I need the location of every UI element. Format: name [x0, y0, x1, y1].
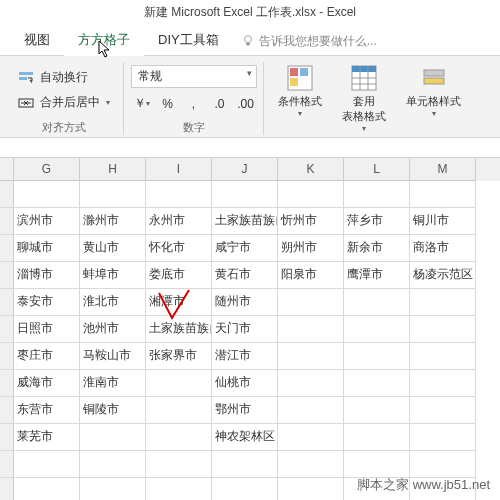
cell[interactable] — [410, 289, 476, 316]
cell[interactable] — [344, 181, 410, 208]
cell[interactable]: 莱芜市 — [14, 424, 80, 451]
cell[interactable] — [278, 316, 344, 343]
cell[interactable] — [14, 478, 80, 500]
select-all-corner[interactable] — [0, 158, 14, 181]
cell[interactable]: 威海市 — [14, 370, 80, 397]
cell[interactable] — [410, 424, 476, 451]
cell[interactable]: 怀化市 — [146, 235, 212, 262]
cell[interactable]: 滨州市 — [14, 208, 80, 235]
col-header[interactable]: H — [80, 158, 146, 181]
cell[interactable] — [146, 451, 212, 478]
cell[interactable] — [344, 397, 410, 424]
cell[interactable]: 潜江市 — [212, 343, 278, 370]
cell[interactable]: 新余市 — [344, 235, 410, 262]
cell[interactable]: 池州市 — [80, 316, 146, 343]
cell[interactable]: 湘潭市 — [146, 289, 212, 316]
cell[interactable] — [278, 424, 344, 451]
row-header[interactable] — [0, 235, 14, 262]
row-header[interactable] — [0, 343, 14, 370]
cell[interactable]: 忻州市 — [278, 208, 344, 235]
cell[interactable]: 土家族苗族自 — [146, 316, 212, 343]
decimal-increase-button[interactable]: .0 — [209, 94, 231, 114]
cell[interactable]: 土家族苗族自 — [212, 208, 278, 235]
row-header[interactable] — [0, 397, 14, 424]
cell[interactable] — [410, 451, 476, 478]
cell[interactable] — [344, 289, 410, 316]
row-header[interactable] — [0, 208, 14, 235]
cell[interactable] — [344, 370, 410, 397]
number-format-dropdown[interactable]: 常规 — [131, 65, 257, 88]
cell[interactable]: 杨凌示范区 — [410, 262, 476, 289]
merge-center-button[interactable]: 合并后居中 ▾ — [14, 92, 114, 113]
cell[interactable] — [410, 316, 476, 343]
cell[interactable]: 鹰潭市 — [344, 262, 410, 289]
cell[interactable] — [344, 451, 410, 478]
cell-styles-button[interactable]: 单元格样式▾ — [398, 62, 469, 135]
cell[interactable] — [344, 316, 410, 343]
cell[interactable]: 天门市 — [212, 316, 278, 343]
cell[interactable] — [278, 343, 344, 370]
col-header[interactable]: K — [278, 158, 344, 181]
cell[interactable]: 仙桃市 — [212, 370, 278, 397]
cell[interactable] — [80, 478, 146, 500]
cell[interactable] — [80, 451, 146, 478]
cell[interactable] — [80, 424, 146, 451]
col-header[interactable]: I — [146, 158, 212, 181]
cell[interactable] — [146, 478, 212, 500]
cell[interactable]: 咸宁市 — [212, 235, 278, 262]
currency-button[interactable]: ￥▾ — [131, 94, 153, 114]
cell[interactable] — [278, 397, 344, 424]
cell[interactable]: 淄博市 — [14, 262, 80, 289]
cell[interactable]: 马鞍山市 — [80, 343, 146, 370]
cell[interactable]: 娄底市 — [146, 262, 212, 289]
cell[interactable] — [410, 181, 476, 208]
row-header[interactable] — [0, 181, 14, 208]
cell[interactable]: 淮北市 — [80, 289, 146, 316]
cell[interactable]: 滁州市 — [80, 208, 146, 235]
col-header[interactable]: J — [212, 158, 278, 181]
cell[interactable]: 东营市 — [14, 397, 80, 424]
cell[interactable]: 朔州市 — [278, 235, 344, 262]
conditional-format-button[interactable]: 条件格式▾ — [270, 62, 330, 135]
cell[interactable] — [212, 181, 278, 208]
wrap-text-button[interactable]: 自动换行 — [14, 67, 114, 88]
cell[interactable]: 随州市 — [212, 289, 278, 316]
cell[interactable] — [212, 478, 278, 500]
cell[interactable] — [146, 397, 212, 424]
cell[interactable]: 铜川市 — [410, 208, 476, 235]
tab-diy[interactable]: DIY工具箱 — [144, 27, 233, 55]
cell[interactable] — [344, 424, 410, 451]
row-header[interactable] — [0, 316, 14, 343]
cell[interactable] — [146, 181, 212, 208]
cell[interactable]: 永州市 — [146, 208, 212, 235]
cell[interactable] — [278, 478, 344, 500]
cell[interactable] — [410, 343, 476, 370]
format-as-table-button[interactable]: 套用 表格格式▾ — [334, 62, 394, 135]
cell[interactable]: 聊城市 — [14, 235, 80, 262]
cell[interactable]: 枣庄市 — [14, 343, 80, 370]
col-header[interactable]: L — [344, 158, 410, 181]
cell[interactable] — [212, 451, 278, 478]
cell[interactable] — [278, 451, 344, 478]
decimal-decrease-button[interactable]: .00 — [235, 94, 257, 114]
cell[interactable] — [14, 451, 80, 478]
row-header[interactable] — [0, 289, 14, 316]
cell[interactable]: 淮南市 — [80, 370, 146, 397]
cell[interactable]: 黄石市 — [212, 262, 278, 289]
tell-me-search[interactable]: 告诉我您想要做什么... — [233, 27, 385, 55]
cell[interactable]: 萍乡市 — [344, 208, 410, 235]
cell[interactable]: 蚌埠市 — [80, 262, 146, 289]
row-header[interactable] — [0, 370, 14, 397]
cell[interactable] — [278, 289, 344, 316]
cell[interactable]: 鄂州市 — [212, 397, 278, 424]
cell[interactable] — [410, 397, 476, 424]
percent-button[interactable]: % — [157, 94, 179, 114]
cell[interactable]: 商洛市 — [410, 235, 476, 262]
cell[interactable]: 神农架林区 — [212, 424, 278, 451]
row-header[interactable] — [0, 262, 14, 289]
cell[interactable]: 泰安市 — [14, 289, 80, 316]
cell[interactable] — [14, 181, 80, 208]
cell[interactable] — [410, 370, 476, 397]
tab-view[interactable]: 视图 — [10, 27, 64, 55]
row-header[interactable] — [0, 478, 14, 500]
